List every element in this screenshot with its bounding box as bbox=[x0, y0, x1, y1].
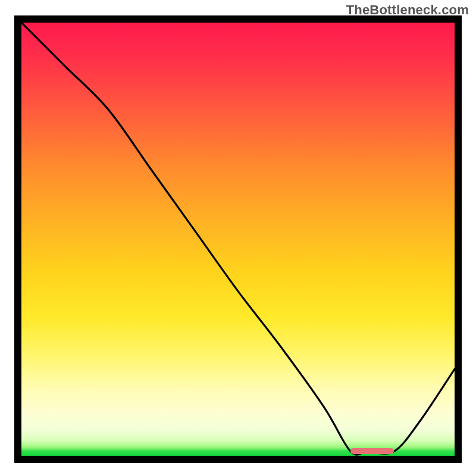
plot-gradient-area bbox=[21, 23, 455, 456]
bottleneck-curve bbox=[21, 23, 455, 456]
bottleneck-curve-path bbox=[21, 23, 455, 455]
plot-frame bbox=[14, 15, 462, 463]
chart-stage: TheBottleneck.com bbox=[0, 0, 476, 476]
optimal-region-marker bbox=[350, 448, 394, 454]
